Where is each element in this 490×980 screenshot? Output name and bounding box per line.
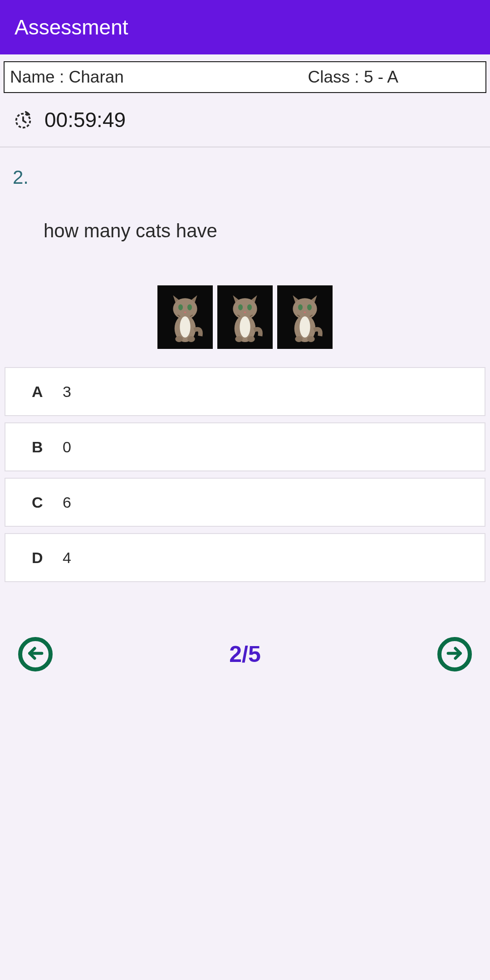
- previous-button[interactable]: [18, 637, 53, 671]
- cat-image: [277, 285, 333, 349]
- svg-point-19: [299, 316, 310, 338]
- question-image-container: [0, 285, 490, 349]
- svg-point-16: [298, 304, 303, 310]
- navigation-footer: 2/5: [0, 637, 490, 671]
- student-name-label: Name : Charan: [10, 68, 308, 87]
- svg-point-5: [180, 316, 190, 338]
- svg-point-7: [187, 336, 195, 342]
- page-indicator: 2/5: [229, 641, 261, 667]
- arrow-right-icon: [446, 645, 463, 664]
- answer-value: 0: [63, 438, 71, 456]
- answer-letter: A: [32, 383, 63, 401]
- cat-image: [157, 285, 213, 349]
- svg-point-10: [247, 304, 252, 310]
- svg-point-21: [307, 336, 315, 342]
- cat-image: [217, 285, 273, 349]
- svg-point-2: [178, 304, 183, 310]
- svg-point-17: [307, 304, 312, 310]
- question-number: 2.: [0, 147, 490, 188]
- timer-row: 00:59:49: [0, 93, 490, 147]
- student-info-bar: Name : Charan Class : 5 - A: [4, 61, 486, 93]
- svg-point-20: [295, 336, 303, 342]
- answer-letter: D: [32, 549, 63, 567]
- answer-letter: C: [32, 494, 63, 511]
- answer-value: 6: [63, 494, 71, 511]
- question-text: how many cats have: [0, 188, 490, 242]
- svg-point-6: [175, 336, 183, 342]
- answer-value: 4: [63, 549, 71, 567]
- clock-icon: [13, 109, 34, 130]
- answers-list: A 3 B 0 C 6 D 4: [0, 367, 490, 582]
- next-button[interactable]: [437, 637, 472, 671]
- answer-option-b[interactable]: B 0: [5, 422, 485, 471]
- answer-value: 3: [63, 383, 71, 401]
- svg-point-12: [240, 316, 250, 338]
- svg-point-3: [187, 304, 192, 310]
- answer-option-a[interactable]: A 3: [5, 367, 485, 416]
- svg-point-14: [247, 336, 255, 342]
- answer-option-d[interactable]: D 4: [5, 533, 485, 582]
- answer-option-c[interactable]: C 6: [5, 478, 485, 527]
- page-title: Assessment: [15, 15, 128, 39]
- student-class-label: Class : 5 - A: [308, 68, 398, 87]
- timer-value: 00:59:49: [44, 108, 126, 132]
- arrow-left-icon: [27, 645, 44, 664]
- answer-letter: B: [32, 438, 63, 456]
- app-header: Assessment: [0, 0, 490, 54]
- svg-point-13: [235, 336, 243, 342]
- svg-point-9: [238, 304, 243, 310]
